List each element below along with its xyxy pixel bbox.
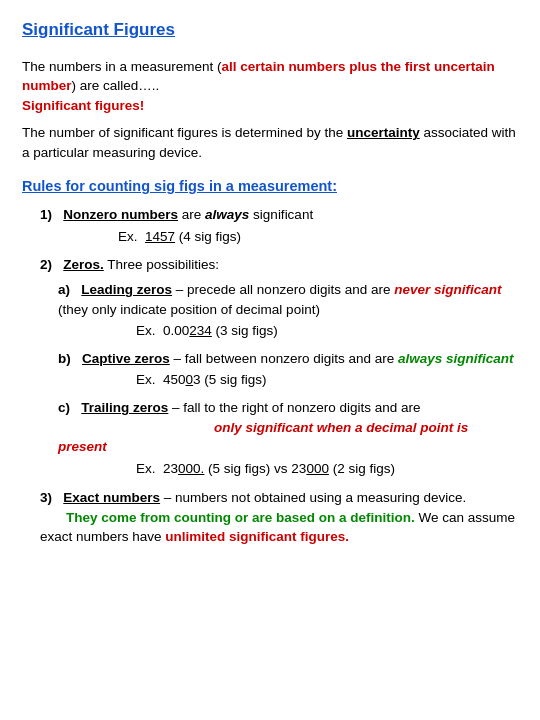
zero-c-label: Trailing zeros <box>81 400 168 415</box>
sig-figs-label: Significant figures! <box>22 98 144 113</box>
zero-c-note2: (2 sig figs) <box>329 461 395 476</box>
zero-a-never: never significant <box>394 282 501 297</box>
zero-c-after: – fall to the right of nonzero digits an… <box>168 400 420 415</box>
rule2-after: Three possibilities: <box>104 257 219 272</box>
rules-heading: Rules for counting sig figs in a measure… <box>22 176 518 197</box>
zero-b-ex-value: 45003 <box>163 372 201 387</box>
intro-para2-before: The number of significant figures is det… <box>22 125 347 140</box>
intro-para1: The numbers in a measurement (all certai… <box>22 57 518 116</box>
rule3-after: – numbers not obtained using a measuring… <box>160 490 466 505</box>
zero-rule-b: b) Captive zeros – fall between nonzero … <box>58 349 518 390</box>
zero-b-letter: b) <box>58 351 71 366</box>
zero-c-note1: (5 sig figs) vs 23 <box>204 461 306 476</box>
rule1-significant: significant <box>249 207 313 222</box>
rule2-num: 2) <box>40 257 52 272</box>
rule3-exact-label: Exact numbers <box>63 490 160 505</box>
zero-b-label: Captive zeros <box>82 351 170 366</box>
zero-b-after: – fall between nonzero digits and are <box>170 351 398 366</box>
rule-2: 2) Zeros. Three possibilities: <box>40 255 518 275</box>
rule1-are: are <box>178 207 205 222</box>
intro-para1-before: The numbers in a measurement ( <box>22 59 222 74</box>
rule-1: 1) Nonzero numbers are always significan… <box>40 205 518 246</box>
zero-c-letter: c) <box>58 400 70 415</box>
intro-para2: The number of significant figures is det… <box>22 123 518 162</box>
rule1-always: always <box>205 207 249 222</box>
zero-c-example: Ex. 23000. (5 sig figs) vs 23000 (2 sig … <box>136 459 518 479</box>
rule2-zeros: Zeros. <box>63 257 104 272</box>
rule-3: 3) Exact numbers – numbers not obtained … <box>40 488 518 547</box>
zero-a-ex-label: Ex. <box>136 323 156 338</box>
zero-rule-c: c) Trailing zeros – fall to the right of… <box>58 398 518 478</box>
rule3-green-text: They come from counting or are based on … <box>66 510 415 525</box>
rule3-red: unlimited significant figures. <box>165 529 349 544</box>
zero-a-end: (they only indicate position of decimal … <box>58 302 320 317</box>
zero-b-ex-note: (5 sig figs) <box>201 372 267 387</box>
rule1-nonzero: Nonzero numbers <box>63 207 178 222</box>
zero-a-after: – precede all nonzero digits and are <box>172 282 394 297</box>
page-title: Significant Figures <box>22 18 518 43</box>
rule3-green: They come from counting or are based on … <box>40 510 515 545</box>
zero-rule-a: a) Leading zeros – precede all nonzero d… <box>58 280 518 341</box>
rule1-ex-label: Ex. <box>118 229 138 244</box>
intro-para1-after: ) are called….. <box>72 78 160 93</box>
zero-c-ex-label: Ex. <box>136 461 156 476</box>
zero-a-example: Ex. 0.00234 (3 sig figs) <box>136 321 518 341</box>
uncertainty-word: uncertainty <box>347 125 420 140</box>
rule1-num: 1) <box>40 207 52 222</box>
zero-a-ex-note: (3 sig figs) <box>212 323 278 338</box>
zero-c-italic-red: only significant when a decimal point is… <box>58 420 468 455</box>
rule1-ex-value: 1457 <box>145 229 175 244</box>
zero-b-example: Ex. 45003 (5 sig figs) <box>136 370 518 390</box>
zero-c-val2: 000 <box>306 461 329 476</box>
rule1-ex-note: (4 sig figs) <box>175 229 241 244</box>
zero-b-ex-label: Ex. <box>136 372 156 387</box>
rule1-example: Ex. 1457 (4 sig figs) <box>118 227 518 247</box>
zero-a-letter: a) <box>58 282 70 297</box>
rule3-num: 3) <box>40 490 52 505</box>
zero-a-label: Leading zeros <box>81 282 172 297</box>
zero-c-val1: 23000. <box>163 461 204 476</box>
zero-a-ex-value: 0.00234 <box>163 323 212 338</box>
zero-b-always: always significant <box>398 351 514 366</box>
